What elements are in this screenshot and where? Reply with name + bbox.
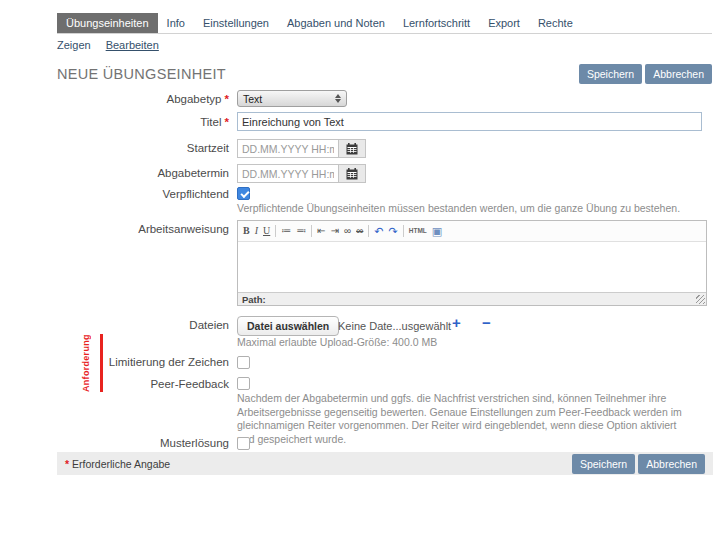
unlink-icon[interactable]: ∞ <box>356 225 363 237</box>
startzeit-input[interactable] <box>237 139 339 158</box>
arbeitsanweisung-label: Arbeitsanweisung <box>57 223 229 235</box>
abgabetermin-input[interactable] <box>237 164 339 183</box>
required-asterisk: * <box>225 116 229 128</box>
tab-lernfortschritt[interactable]: Lernfortschritt <box>394 13 479 33</box>
tab-export[interactable]: Export <box>479 13 529 33</box>
abgabetermin-label: Abgabetermin <box>57 167 229 179</box>
toolbar-separator <box>311 225 312 237</box>
abgabetyp-label-text: Abgabetyp <box>167 93 222 105</box>
abgabetermin-field <box>237 164 366 183</box>
dateien-label: Dateien <box>57 319 229 331</box>
startzeit-field <box>237 139 366 158</box>
redo-icon[interactable]: ↷ <box>389 225 398 237</box>
editor-toolbar: B I U ≔ ≕ ⇤ ⇥ ∞ ∞ ↶ ↷ HTML ▣ <box>238 221 706 242</box>
rich-text-editor: B I U ≔ ≕ ⇤ ⇥ ∞ ∞ ↶ ↷ HTML ▣ Path: <box>237 220 707 306</box>
toolbar-separator <box>403 225 404 237</box>
verpflichtend-checkbox[interactable] <box>237 187 250 200</box>
titel-input[interactable] <box>237 112 702 131</box>
calendar-icon <box>346 143 358 155</box>
resize-handle[interactable] <box>696 295 705 304</box>
footer-buttons: Speichern Abbrechen <box>572 454 705 474</box>
peer-feedback-checkbox[interactable] <box>237 377 250 390</box>
select-arrows-icon <box>335 94 341 103</box>
limitierung-checkbox[interactable] <box>237 356 250 369</box>
tab-einstellungen[interactable]: Einstellungen <box>194 13 278 33</box>
tab-abgaben-und-noten[interactable]: Abgaben und Noten <box>278 13 394 33</box>
limitierung-label: Limitierung der Zeichen <box>57 356 229 368</box>
musterloesung-label: Musterlösung <box>57 437 229 449</box>
upload-size-help: Maximal erlaubte Upload-Größe: 400.0 MB <box>237 336 697 350</box>
ordered-list-icon[interactable]: ≕ <box>296 225 306 237</box>
italic-icon[interactable]: I <box>255 225 258 237</box>
editor-content-area[interactable] <box>238 242 706 293</box>
peer-feedback-label: Peer-Feedback <box>57 378 229 390</box>
titel-label-text: Titel <box>200 116 221 128</box>
bold-icon[interactable]: B <box>243 225 250 237</box>
link-icon[interactable]: ∞ <box>344 225 351 237</box>
required-note-text: Erforderliche Angabe <box>72 458 170 470</box>
add-file-button[interactable]: + <box>452 314 461 331</box>
abgabetermin-calendar-button[interactable] <box>339 164 366 183</box>
subtab-zeigen[interactable]: Zeigen <box>57 39 91 51</box>
editor-path-bar: Path: <box>238 292 706 305</box>
tab-uebungseinheiten[interactable]: Übungseinheiten <box>57 13 158 33</box>
undo-icon[interactable]: ↶ <box>374 225 383 237</box>
tab-rechte[interactable]: Rechte <box>529 13 582 33</box>
tab-info[interactable]: Info <box>158 13 194 33</box>
cancel-button-top[interactable]: Abbrechen <box>645 64 712 84</box>
musterloesung-checkbox[interactable] <box>237 437 250 450</box>
paste-icon[interactable]: ▣ <box>432 225 442 237</box>
remove-file-button[interactable]: − <box>482 314 491 331</box>
outdent-icon[interactable]: ⇤ <box>317 225 325 237</box>
startzeit-label: Startzeit <box>57 142 229 154</box>
peer-feedback-help: Nachdem der Abgabetermin und ggfs. die N… <box>237 392 695 446</box>
subtab-bearbeiten[interactable]: Bearbeiten <box>106 39 159 51</box>
required-asterisk: * <box>225 93 229 105</box>
startzeit-calendar-button[interactable] <box>339 139 366 158</box>
calendar-icon <box>346 168 358 180</box>
underline-icon[interactable]: U <box>263 225 270 237</box>
abgabetyp-select[interactable]: Text <box>237 90 347 107</box>
tab-bar: Übungseinheiten Info Einstellungen Abgab… <box>57 13 712 34</box>
header-buttons: Speichern Abbrechen <box>579 64 712 84</box>
abgabetyp-selected-value: Text <box>243 93 262 105</box>
exercise-form-page: Übungseinheiten Info Einstellungen Abgab… <box>0 0 720 540</box>
required-note: *Erforderliche Angabe <box>65 458 170 470</box>
titel-label: Titel* <box>57 116 229 128</box>
save-button-bottom[interactable]: Speichern <box>572 454 635 474</box>
cancel-button-bottom[interactable]: Abbrechen <box>638 454 705 474</box>
indent-icon[interactable]: ⇥ <box>331 225 339 237</box>
page-title: NEUE ÜBUNGSEINHEIT <box>57 66 226 82</box>
footer-bar: *Erforderliche Angabe Speichern Abbreche… <box>57 452 713 475</box>
verpflichtend-help: Verpflichtende Übungseinheiten müssen be… <box>237 202 697 216</box>
save-button-top[interactable]: Speichern <box>579 64 642 84</box>
toolbar-separator <box>368 225 369 237</box>
toolbar-separator <box>275 225 276 237</box>
file-select-button[interactable]: Datei auswählen <box>237 316 339 336</box>
unordered-list-icon[interactable]: ≔ <box>281 225 291 237</box>
file-status-text: Keine Date...usgewählt <box>338 320 451 332</box>
html-source-icon[interactable]: HTML <box>409 225 427 237</box>
required-asterisk: * <box>65 458 69 470</box>
verpflichtend-label: Verpflichtend <box>57 188 229 200</box>
subtab-bar: Zeigen Bearbeiten <box>57 39 159 51</box>
abgabetyp-label: Abgabetyp* <box>57 93 229 105</box>
